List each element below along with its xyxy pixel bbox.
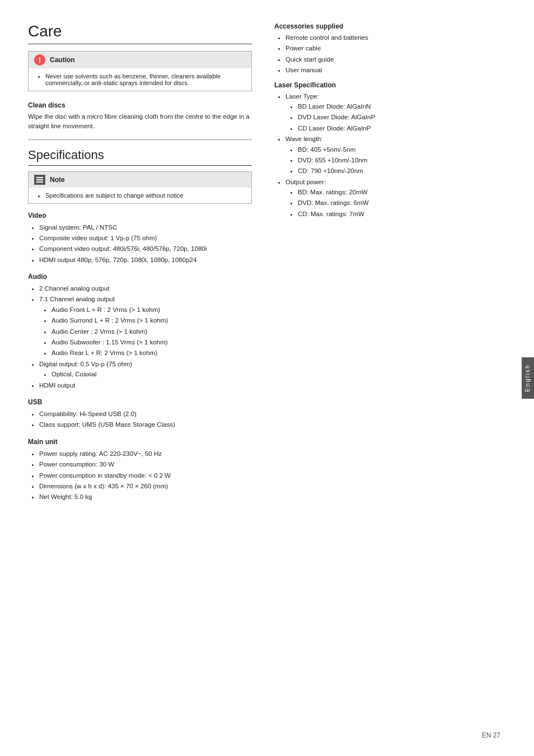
laser-type-0: BD Laser Diode: AlGaInN — [298, 101, 506, 111]
digital-sublist: Optical, Coaxial — [39, 369, 252, 379]
digital-sub-0: Optical, Coaxial — [51, 369, 252, 379]
usb-list: Compatibility: Hi-Speed USB (2.0) Class … — [28, 409, 252, 430]
language-tab: English — [522, 357, 534, 399]
accessories-title: Accessories supplied — [274, 22, 506, 30]
note-icon — [34, 175, 45, 185]
main-unit-item-3: Dimensions (w x h x d): 435 × 70 × 260 (… — [39, 481, 252, 491]
right-column: Accessories supplied Remote control and … — [269, 22, 506, 734]
laser-type: Laser Type: BD Laser Diode: AlGaInN DVD … — [285, 91, 506, 134]
video-item-2: Component video output: 480i/576i, 480/5… — [39, 244, 252, 254]
acc-item-0: Remote control and batteries — [285, 32, 506, 43]
caution-header: ! Caution — [29, 52, 251, 68]
video-item-1: Composite video output: 1 Vp-p (75 ohm) — [39, 233, 252, 243]
page-footer: EN 27 — [482, 731, 500, 739]
video-title: Video — [28, 212, 252, 220]
note-list: Specifications are subject to change wit… — [35, 192, 245, 199]
audio-hdmi: HDMI output — [39, 380, 252, 390]
main-unit-list: Power supply rating: AC 220-230V~, 50 Hz… — [28, 449, 252, 502]
seven-ch-sub-2: Audio Center : 2 Vrms (> 1 kohm) — [51, 326, 252, 337]
audio-list: 2 Channel analog output 7.1 Channel anal… — [28, 283, 252, 390]
left-column: Care ! Caution Never use solvents such a… — [28, 22, 269, 734]
caution-icon: ! — [34, 54, 45, 66]
main-content: Care ! Caution Never use solvents such a… — [28, 22, 506, 734]
laser-output-0: BD: Max. ratings: 20mW — [298, 187, 506, 197]
acc-item-3: User manual — [285, 65, 506, 75]
video-item-0: Signal system: PAL / NTSC — [39, 222, 252, 232]
note-box: Note Specifications are subject to chang… — [28, 171, 252, 204]
seven-ch-sub-1: Audio Surrond L + R : 2 Vrms (> 1 kohm) — [51, 315, 252, 325]
main-unit-item-1: Power consumption: 30 W — [39, 459, 252, 469]
seven-ch-sub-4: Audio Rear L + R: 2 Vrms (> 1 kohm) — [51, 348, 252, 358]
laser-type-sublist: BD Laser Diode: AlGaInN DVD Laser Diode:… — [285, 101, 506, 133]
laser-title: Laser Specification — [274, 81, 506, 89]
usb-item-0: Compatibility: Hi-Speed USB (2.0) — [39, 409, 252, 419]
laser-output-1: DVD: Max. ratings: 6mW — [298, 198, 506, 208]
care-title: Care — [28, 22, 252, 44]
acc-item-1: Power cable — [285, 43, 506, 53]
video-hdmi: HDMI output 480p, 576p, 720p, 1080i, 108… — [39, 255, 252, 265]
main-unit-item-2: Power consumption in standby mode: < 0.2… — [39, 470, 252, 480]
caution-item: Never use solvents such as benzene, thin… — [45, 73, 245, 86]
seven-ch-sub-0: Audio Front L + R : 2 Vrms (> 1 kohm) — [51, 305, 252, 315]
note-header: Note — [29, 172, 251, 188]
laser-wave-sublist: BD: 405 +5nm/-5nm DVD: 655 +10nm/-10nm C… — [285, 144, 506, 176]
audio-title: Audio — [28, 273, 252, 281]
note-body: Specifications are subject to change wit… — [29, 188, 251, 203]
caution-body: Never use solvents such as benzene, thin… — [29, 68, 251, 91]
laser-list: Laser Type: BD Laser Diode: AlGaInN DVD … — [274, 91, 506, 220]
main-unit-item-0: Power supply rating: AC 220-230V~, 50 Hz — [39, 449, 252, 459]
seven-channel-sublist: Audio Front L + R : 2 Vrms (> 1 kohm) Au… — [39, 305, 252, 358]
caution-list: Never use solvents such as benzene, thin… — [35, 73, 245, 86]
laser-output-sublist: BD: Max. ratings: 20mW DVD: Max. ratings… — [285, 187, 506, 219]
main-unit-title: Main unit — [28, 438, 252, 446]
caution-box: ! Caution Never use solvents such as ben… — [28, 51, 252, 91]
audio-seven-channel: 7.1 Channel analog output Audio Front L … — [39, 294, 252, 358]
laser-wave: Wave length: BD: 405 +5nm/-5nm DVD: 655 … — [285, 134, 506, 176]
page: Care ! Caution Never use solvents such a… — [0, 0, 534, 756]
clean-discs-title: Clean discs — [28, 101, 252, 109]
laser-wave-0: BD: 405 +5nm/-5nm — [298, 144, 506, 155]
laser-type-1: DVD Laser Diode: AlGaInP — [298, 112, 506, 122]
laser-wave-2: CD: 790 +10nm/-20nm — [298, 166, 506, 176]
accessories-list: Remote control and batteries Power cable… — [274, 32, 506, 76]
laser-output-2: CD: Max. ratings: 7mW — [298, 209, 506, 219]
clean-discs-body: Wipe the disc with a micro fibre cleanin… — [28, 112, 252, 132]
section-divider — [28, 139, 252, 140]
laser-type-2: CD Laser Diode: AlGaInP — [298, 123, 506, 133]
laser-output: Output power: BD: Max. ratings: 20mW DVD… — [285, 177, 506, 220]
note-label: Note — [50, 176, 65, 184]
note-item: Specifications are subject to change wit… — [45, 192, 245, 199]
seven-ch-sub-3: Audio Subwoofer : 1.15 Vrms (> 1 kohm) — [51, 337, 252, 347]
laser-wave-1: DVD: 655 +10nm/-10nm — [298, 155, 506, 165]
specifications-title: Specifications — [28, 148, 252, 166]
main-unit-item-4: Net Weight: 5.0 kg — [39, 492, 252, 502]
audio-digital: Digital output: 0.5 Vp-p (75 ohm) Optica… — [39, 359, 252, 380]
video-list: Signal system: PAL / NTSC Composite vide… — [28, 222, 252, 265]
audio-two-channel: 2 Channel analog output — [39, 283, 252, 293]
caution-label: Caution — [50, 56, 75, 64]
usb-item-1: Class support: UMS (USB Mass Storage Cla… — [39, 419, 252, 430]
acc-item-2: Quick start guide — [285, 54, 506, 64]
usb-title: USB — [28, 398, 252, 406]
